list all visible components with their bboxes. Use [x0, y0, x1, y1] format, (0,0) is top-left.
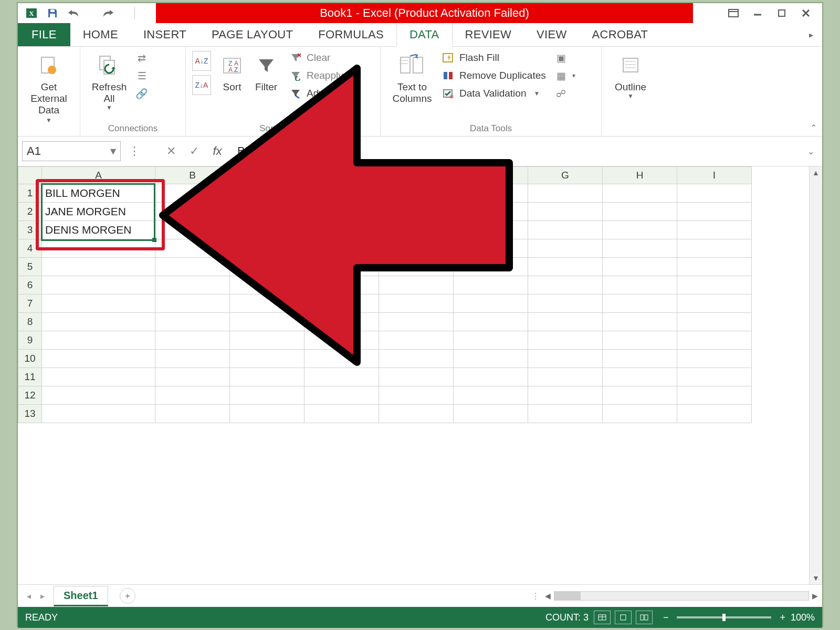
row-header[interactable]: 1: [18, 184, 42, 203]
row-header[interactable]: 12: [18, 386, 42, 405]
scroll-up-icon[interactable]: ▲: [812, 169, 820, 177]
column-header[interactable]: C: [230, 167, 304, 184]
tab-review[interactable]: REVIEW: [453, 23, 524, 46]
row-header[interactable]: 9: [18, 331, 42, 350]
data-validation-button[interactable]: Data Validation▼: [442, 87, 546, 100]
help-button[interactable]: ?: [697, 3, 721, 23]
refresh-all-button[interactable]: Refresh All ▼: [87, 51, 132, 111]
column-header[interactable]: B: [155, 167, 230, 184]
tab-acrobat[interactable]: ACROBAT: [580, 23, 661, 46]
zoom-slider[interactable]: [677, 616, 771, 618]
select-all-corner[interactable]: [18, 167, 42, 184]
scroll-left-icon[interactable]: ◀: [545, 592, 551, 600]
column-header[interactable]: H: [603, 167, 677, 184]
spreadsheet-grid[interactable]: A B C D E F G H I 1BILL MORGEN 2JANE MOR…: [18, 166, 809, 584]
minimize-button[interactable]: [746, 3, 770, 23]
row-header[interactable]: 7: [18, 295, 42, 313]
name-box-menu-icon[interactable]: ⋮: [125, 142, 144, 161]
insert-function-icon[interactable]: fx: [208, 142, 227, 161]
cell[interactable]: JANE MORGEN: [42, 203, 155, 221]
column-header[interactable]: G: [528, 167, 603, 184]
zoom-level[interactable]: 100%: [791, 612, 815, 623]
cell[interactable]: BILL MORGEN: [42, 184, 155, 203]
column-header[interactable]: I: [677, 167, 752, 184]
get-external-data-button[interactable]: Get External Data ▼: [24, 51, 74, 124]
zoom-in-icon[interactable]: +: [780, 612, 785, 623]
row-header[interactable]: 4: [18, 239, 42, 258]
zoom-out-icon[interactable]: −: [663, 612, 669, 623]
scroll-right-icon[interactable]: ▶: [812, 592, 818, 600]
sheet-tab-active[interactable]: Sheet1: [54, 586, 108, 606]
tab-view[interactable]: VIEW: [524, 23, 579, 46]
sort-desc-button[interactable]: Z↓A: [192, 75, 211, 95]
window-controls: ?: [693, 3, 822, 23]
tab-file[interactable]: FILE: [18, 23, 70, 46]
tab-insert[interactable]: INSERT: [131, 23, 199, 46]
spreadsheet-area: A B C D E F G H I 1BILL MORGEN 2JANE MOR…: [18, 166, 822, 584]
view-page-break-icon[interactable]: [636, 611, 653, 624]
scroll-down-icon[interactable]: ▼: [812, 574, 820, 582]
view-page-layout-icon[interactable]: [615, 611, 632, 624]
filter-button[interactable]: Filter: [248, 51, 285, 93]
close-button[interactable]: [794, 3, 818, 23]
new-sheet-button[interactable]: ＋: [120, 588, 135, 604]
title-bar: X ▾ ▾ ⌄ Book1 - Excel (Product Activatio…: [18, 3, 822, 23]
column-header[interactable]: E: [379, 167, 454, 184]
tab-scroll-right-icon[interactable]: ▸: [803, 23, 819, 46]
remove-duplicates-button[interactable]: Remove Duplicates: [442, 69, 546, 82]
horizontal-scrollbar[interactable]: ◀ ▶: [545, 591, 818, 601]
consolidate-button[interactable]: ▣: [554, 51, 575, 65]
reapply-filter-button[interactable]: Reapply: [289, 69, 351, 82]
cancel-formula-icon[interactable]: ✕: [162, 142, 181, 161]
sheet-tab-bar: ◂ ▸ Sheet1 ＋ ⋮ ◀ ▶: [18, 584, 822, 607]
sheet-nav-prev-icon[interactable]: ◂: [22, 589, 36, 603]
collapse-ribbon-icon[interactable]: ⌃: [810, 123, 817, 133]
row-header[interactable]: 10: [18, 350, 42, 368]
undo-icon[interactable]: [66, 6, 81, 20]
row-header[interactable]: 11: [18, 368, 42, 386]
outline-button[interactable]: Outline ▼: [608, 51, 653, 100]
row-header[interactable]: 13: [18, 405, 42, 423]
column-header[interactable]: D: [304, 167, 379, 184]
name-box-dropdown-icon[interactable]: ▾: [110, 144, 116, 158]
clear-filter-button[interactable]: Clear: [289, 51, 351, 65]
row-header[interactable]: 8: [18, 313, 42, 331]
text-to-columns-button[interactable]: Text to Columns: [387, 51, 437, 104]
split-handle-icon[interactable]: ⋮: [531, 591, 540, 601]
advanced-filter-button[interactable]: Advanced: [289, 87, 351, 100]
formula-input[interactable]: BILL MORGEN: [231, 142, 799, 161]
scroll-thumb[interactable]: [554, 592, 581, 600]
row-header[interactable]: 6: [18, 276, 42, 295]
view-normal-icon[interactable]: [594, 611, 611, 624]
flash-fill-button[interactable]: Flash Fill: [442, 51, 546, 65]
save-icon[interactable]: [45, 6, 60, 20]
column-header[interactable]: F: [454, 167, 528, 184]
row-header[interactable]: 5: [18, 258, 42, 276]
column-header[interactable]: A: [42, 167, 155, 184]
sort-button[interactable]: ZAAZ Sort: [216, 51, 248, 93]
sheet-nav-next-icon[interactable]: ▸: [36, 589, 49, 603]
vertical-scrollbar[interactable]: ▲ ▼: [809, 166, 822, 584]
sort-asc-button[interactable]: A↓Z: [192, 51, 211, 71]
undo-dropdown-icon[interactable]: ▾: [87, 6, 94, 20]
row-header[interactable]: 2: [18, 203, 42, 221]
tab-page-layout[interactable]: PAGE LAYOUT: [199, 23, 306, 46]
name-box[interactable]: A1▾: [22, 141, 121, 161]
edit-links-button[interactable]: 🔗: [135, 87, 149, 100]
row-header[interactable]: 3: [18, 221, 42, 239]
ribbon-display-options-button[interactable]: [721, 3, 746, 23]
redo-icon[interactable]: [101, 6, 116, 20]
tab-formulas[interactable]: FORMULAS: [306, 23, 396, 46]
qat-customize-icon[interactable]: ⌄: [140, 6, 148, 20]
what-if-button[interactable]: ▦▾: [554, 69, 575, 82]
cell[interactable]: DENIS MORGEN: [42, 221, 155, 239]
maximize-button[interactable]: [770, 3, 794, 23]
expand-formula-bar-icon[interactable]: ⌄: [803, 144, 818, 159]
connections-button[interactable]: ⇄: [135, 51, 149, 65]
enter-formula-icon[interactable]: ✓: [185, 142, 204, 161]
tab-home[interactable]: HOME: [70, 23, 131, 46]
redo-dropdown-icon[interactable]: ▾: [122, 6, 129, 20]
properties-button[interactable]: ☰: [135, 69, 149, 82]
tab-data[interactable]: DATA: [396, 24, 453, 47]
relationships-button[interactable]: ☍: [554, 87, 575, 100]
